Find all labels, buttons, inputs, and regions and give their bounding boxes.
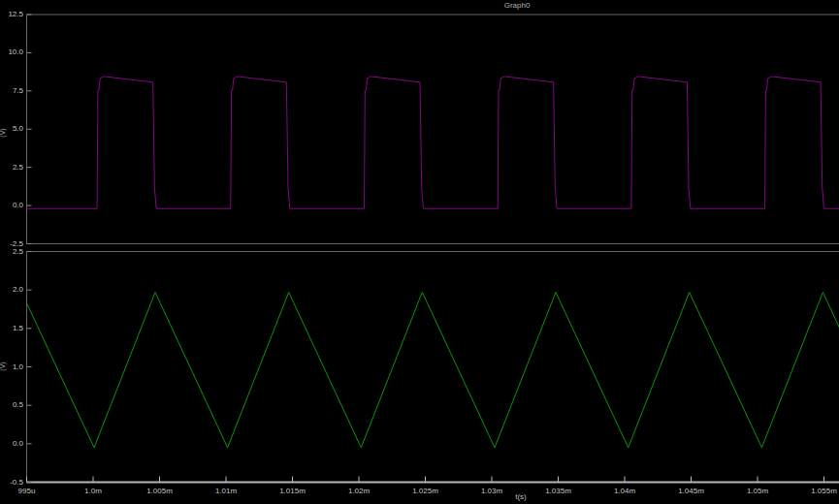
y-tick-label: 1.5 — [0, 324, 23, 333]
x-tick-label: 1.0m — [71, 487, 115, 496]
x-tick-label: 995u — [5, 487, 49, 496]
y-tick-label: 12.5 — [0, 10, 23, 19]
x-tick-label: 1.03m — [469, 487, 514, 496]
y-tick-label: 0.0 — [0, 201, 23, 210]
x-tick-label: 1.04m — [602, 487, 647, 496]
x-tick-label: 1.01m — [204, 487, 248, 496]
x-tick-label: 1.055m — [802, 487, 839, 496]
y-tick-label: 7.5 — [0, 86, 23, 96]
x-tick-label: 1.05m — [735, 487, 780, 496]
y-tick-label: 2.0 — [0, 285, 23, 295]
y-tick-label: 0.0 — [0, 439, 23, 449]
x-tick-label: 1.005m — [138, 487, 182, 496]
y-tick-label: 2.5 — [0, 163, 23, 173]
x-tick-label: 1.035m — [536, 487, 581, 496]
y-tick-label: 1.0 — [0, 362, 23, 372]
plot-area[interactable] — [0, 0, 839, 504]
x-axis-label: t(s) — [515, 492, 527, 502]
x-tick-label: 1.015m — [271, 487, 315, 496]
waveform-viewer-window: Graph0 (V) (V) t(s) 12.510.07.55.02.50.0… — [0, 0, 839, 504]
y-tick-label: 2.5 — [0, 247, 23, 257]
y-tick-label: 5.0 — [0, 124, 23, 134]
y-tick-label: 0.5 — [0, 400, 23, 410]
square-wave-output-trace — [0, 77, 839, 208]
y-tick-label: 10.0 — [0, 47, 23, 57]
x-tick-label: 1.02m — [337, 487, 381, 496]
x-tick-label: 1.045m — [669, 487, 714, 496]
y-tick-label: -0.5 — [0, 478, 23, 488]
x-tick-label: 1.025m — [403, 487, 448, 496]
triangle-wave-capacitor-trace — [0, 293, 839, 448]
